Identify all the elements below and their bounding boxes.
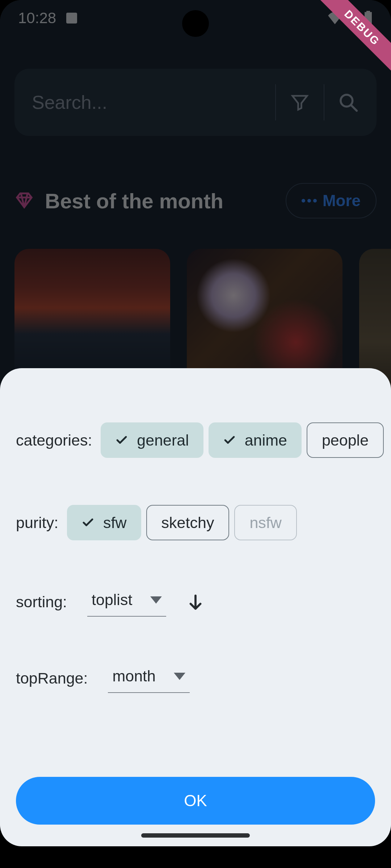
chip-purity-sketchy[interactable]: sketchy — [146, 505, 230, 540]
sorting-row: sorting: toplist — [16, 587, 375, 617]
chip-label: nsfw — [249, 514, 281, 532]
filter-bottom-sheet: categories: general anime people purity: — [0, 368, 391, 846]
ok-button-label: OK — [184, 792, 207, 810]
chip-purity-sfw[interactable]: sfw — [67, 505, 141, 540]
chip-purity-nsfw: nsfw — [234, 505, 297, 540]
chip-label: people — [322, 431, 369, 449]
sorting-dropdown[interactable]: toplist — [87, 587, 166, 617]
camera-punch-hole — [182, 10, 209, 37]
check-icon — [81, 516, 94, 529]
chip-label: anime — [245, 431, 287, 449]
chip-label: general — [137, 431, 189, 449]
chevron-down-icon — [150, 596, 162, 604]
chip-category-general[interactable]: general — [101, 422, 203, 458]
chip-label: sfw — [103, 514, 127, 532]
chevron-down-icon — [174, 673, 185, 680]
toprange-value: month — [112, 667, 156, 685]
chip-category-people[interactable]: people — [307, 422, 384, 458]
toprange-label: topRange: — [16, 669, 88, 687]
purity-label: purity: — [16, 514, 58, 532]
toprange-row: topRange: month — [16, 664, 375, 693]
chip-label: sketchy — [161, 514, 214, 532]
nav-handle[interactable] — [141, 833, 250, 838]
navigation-bar — [0, 825, 391, 846]
categories-row: categories: general anime people — [16, 422, 375, 458]
ok-button[interactable]: OK — [16, 777, 375, 825]
sorting-value: toplist — [92, 591, 132, 609]
categories-label: categories: — [16, 431, 92, 449]
sort-direction-button[interactable] — [186, 592, 205, 612]
sorting-label: sorting: — [16, 593, 67, 611]
toprange-dropdown[interactable]: month — [108, 664, 190, 693]
check-icon — [115, 434, 128, 447]
check-icon — [223, 434, 236, 447]
chip-category-anime[interactable]: anime — [209, 422, 302, 458]
purity-row: purity: sfw sketchy nsfw — [16, 505, 375, 540]
